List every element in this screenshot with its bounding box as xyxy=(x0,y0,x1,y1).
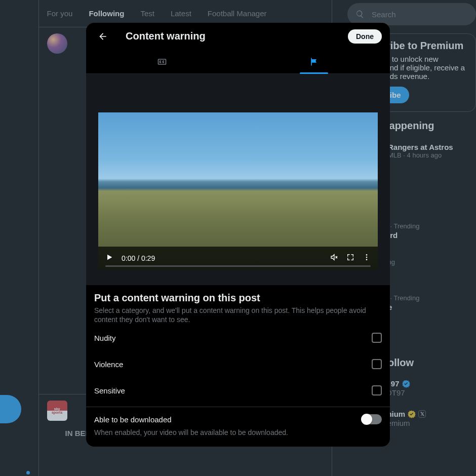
play-button[interactable] xyxy=(105,253,113,263)
flag-icon xyxy=(309,57,319,67)
cw-heading: Put a content warning on this post xyxy=(94,292,382,304)
more-button[interactable] xyxy=(363,253,371,263)
svg-point-2 xyxy=(366,259,368,260)
option-nudity[interactable]: Nudity xyxy=(86,325,390,351)
more-icon xyxy=(363,253,371,261)
progress-bar[interactable] xyxy=(105,265,371,267)
option-label: Nudity xyxy=(94,334,116,342)
video-controls: 0:00 / 0:29 xyxy=(98,247,378,270)
option-label: Sensitive xyxy=(94,386,125,395)
done-button[interactable]: Done xyxy=(348,29,382,44)
modal-scrim[interactable]: Content warning Done 0:00 / 0:29 xyxy=(0,0,476,476)
checkbox[interactable] xyxy=(372,385,382,395)
play-icon xyxy=(105,253,113,261)
download-toggle[interactable] xyxy=(362,414,382,424)
modal-title: Content warning xyxy=(126,30,334,42)
arrow-left-icon xyxy=(98,31,108,42)
cc-icon xyxy=(157,57,167,67)
option-label: Violence xyxy=(94,360,123,369)
video-frame[interactable]: 0:00 / 0:29 xyxy=(98,112,378,270)
video-preview: 0:00 / 0:29 xyxy=(86,74,390,285)
download-desc: When enabled, your video will be availab… xyxy=(94,428,382,437)
checkbox[interactable] xyxy=(372,359,382,369)
fullscreen-button[interactable] xyxy=(346,253,354,263)
svg-point-1 xyxy=(366,256,368,258)
mute-icon xyxy=(330,253,338,261)
fullscreen-icon xyxy=(346,253,354,261)
tab-flag[interactable] xyxy=(238,50,390,73)
option-violence[interactable]: Violence xyxy=(86,351,390,377)
back-button[interactable] xyxy=(94,28,111,45)
cw-description: Select a category, and we'll put a conte… xyxy=(94,306,382,325)
checkbox[interactable] xyxy=(372,333,382,343)
video-time: 0:00 / 0:29 xyxy=(122,254,155,262)
svg-point-0 xyxy=(366,254,368,256)
download-label: Able to be downloaded xyxy=(94,415,172,424)
content-warning-modal: Content warning Done 0:00 / 0:29 xyxy=(86,23,390,447)
option-sensitive[interactable]: Sensitive xyxy=(86,377,390,404)
tab-captions[interactable] xyxy=(86,50,238,73)
mute-button[interactable] xyxy=(330,253,338,263)
